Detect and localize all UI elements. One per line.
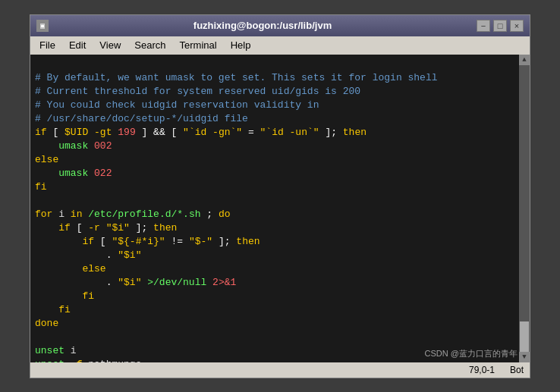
vertical-scrollbar[interactable]: ▲ ▼ [519, 55, 530, 362]
scroll-track[interactable] [519, 65, 530, 352]
menu-help[interactable]: Help [225, 38, 257, 52]
title-bar: ▣ fuzhixing@bogon:/usr/lib/jvm − □ × [30, 15, 530, 36]
maximize-button[interactable]: □ [493, 20, 507, 32]
menu-search[interactable]: Search [128, 38, 171, 52]
scroll-position: Bot [510, 365, 524, 375]
cursor-position: 79,0-1 [469, 365, 495, 375]
editor-area: # By default, we want umask to get set. … [30, 55, 530, 362]
terminal-window: ▣ fuzhixing@bogon:/usr/lib/jvm − □ × Fil… [30, 14, 530, 378]
close-button[interactable]: × [510, 20, 524, 32]
window-title: fuzhixing@bogon:/usr/lib/jvm [49, 20, 477, 31]
status-bar: 79,0-1 Bot [30, 362, 530, 378]
menu-edit[interactable]: Edit [63, 38, 92, 52]
scroll-up-arrow[interactable]: ▲ [519, 55, 530, 65]
scroll-thumb[interactable] [520, 321, 529, 352]
menu-bar: File Edit View Search Terminal Help [30, 36, 530, 55]
menu-view[interactable]: View [93, 38, 127, 52]
window-controls: − □ × [477, 20, 524, 32]
code-editor[interactable]: # By default, we want umask to get set. … [30, 55, 519, 362]
menu-file[interactable]: File [33, 38, 61, 52]
scroll-down-arrow[interactable]: ▼ [519, 352, 530, 362]
minimize-button[interactable]: − [477, 20, 490, 32]
terminal-icon: ▣ [36, 20, 49, 32]
menu-terminal[interactable]: Terminal [174, 38, 223, 52]
